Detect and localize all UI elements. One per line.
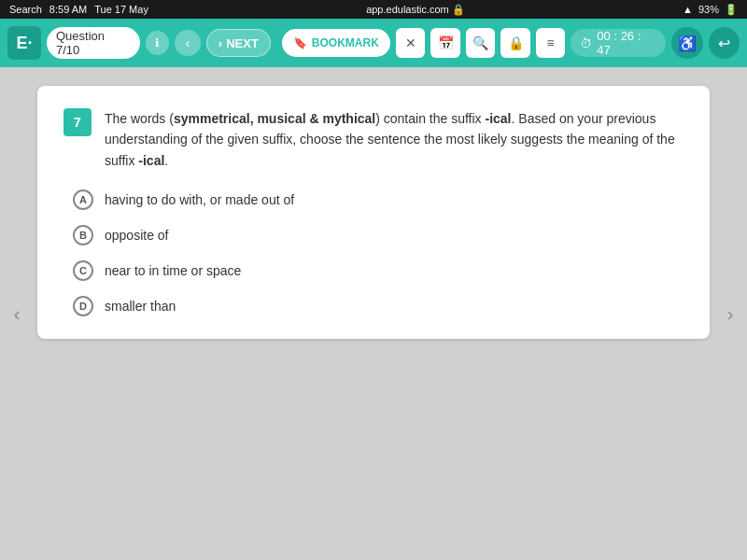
option-b-circle: B [73,225,93,245]
back-button[interactable]: ↩ [709,27,740,59]
prev-button[interactable]: ‹ [175,30,201,56]
question-card: 7 The words (symmetrical, musical & myth… [37,86,710,339]
question-label: Question 7/10 [56,29,131,57]
timer-value: 00 : 26 : 47 [597,29,656,57]
question-header: 7 The words (symmetrical, musical & myth… [63,108,684,171]
option-d-text: smaller than [105,299,176,314]
toolbar: E· Question 7/10 ℹ ‹ › NEXT 🔖 BOOKMARK ✕… [0,19,747,67]
bookmark-icon: 🔖 [293,36,307,49]
nav-right-arrow[interactable]: › [719,303,741,325]
option-c-circle: C [73,260,93,281]
option-b[interactable]: B opposite of [73,225,684,245]
timer-display: ⏱ 00 : 26 : 47 [571,29,666,57]
options-list: A having to do with, or made out of B op… [73,189,684,316]
option-d[interactable]: D smaller than [73,296,684,316]
option-a[interactable]: A having to do with, or made out of [73,189,684,210]
bookmark-button[interactable]: 🔖 BOOKMARK [282,29,390,57]
next-button[interactable]: › NEXT [206,29,271,57]
menu-button[interactable]: ≡ [536,28,566,58]
lock-icon: 🔒 [452,4,465,15]
status-bar: Search 8:59 AM Tue 17 May app.edulastic.… [0,0,747,19]
info-button[interactable]: ℹ [146,31,170,55]
question-text: The words (symmetrical, musical & mythic… [105,108,684,171]
option-d-circle: D [73,296,93,316]
option-c-text: near to in time or space [105,263,241,278]
nav-left-arrow[interactable]: ‹ [6,303,28,325]
next-arrow-icon: › [218,36,222,50]
battery-icon: 🔋 [725,4,738,16]
option-a-text: having to do with, or made out of [105,192,294,207]
search-label[interactable]: Search [9,4,42,15]
lock-button[interactable]: 🔒 [500,28,530,58]
question-selector[interactable]: Question 7/10 [47,27,140,59]
logo-button[interactable]: E· [7,26,41,60]
question-number-badge: 7 [63,108,92,136]
bold-words: symmetrical, musical & mythical [174,111,375,126]
date-label: Tue 17 May [94,4,148,15]
close-button[interactable]: ✕ [396,28,426,58]
url-label: app.edulastic.com [366,4,449,15]
suffix1: -ical [486,111,512,126]
option-c[interactable]: C near to in time or space [73,260,684,281]
battery-label: 93% [698,4,719,15]
wifi-icon: ▲ [683,4,693,15]
option-b-text: opposite of [105,228,169,243]
calendar-button[interactable]: 📅 [430,28,460,58]
search-button[interactable]: 🔍 [466,28,496,58]
clock-time: 8:59 AM [49,4,87,15]
suffix2: -ical [138,153,164,168]
accessibility-button[interactable]: ♿ [671,27,702,59]
main-content: ‹ 7 The words (symmetrical, musical & my… [0,67,747,560]
option-a-circle: A [73,189,93,210]
clock-icon: ⏱ [580,36,592,50]
